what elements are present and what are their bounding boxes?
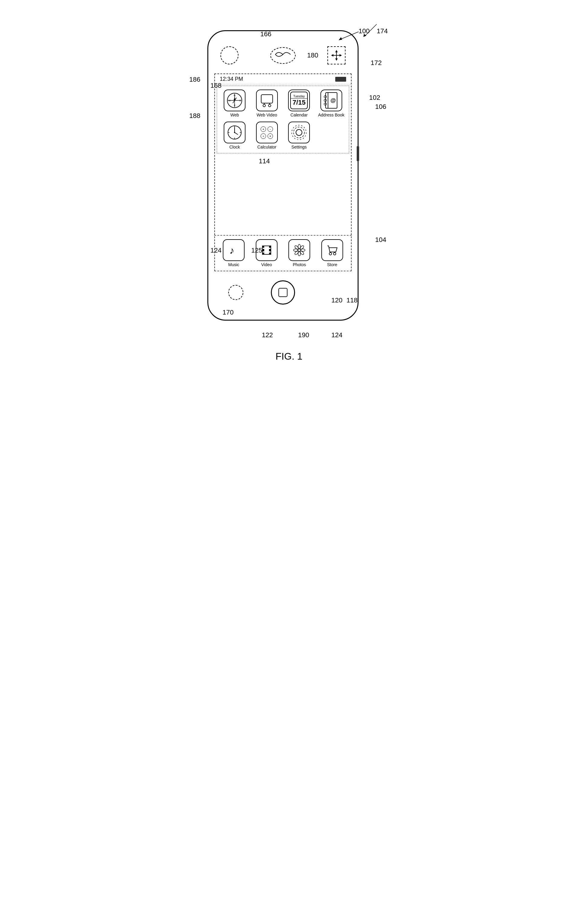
ref-125: 125 <box>251 247 262 254</box>
ref-118: 118 <box>346 296 358 304</box>
ref-114: 114 <box>259 157 270 165</box>
svg-text:@: @ <box>330 98 336 103</box>
app-icon-store[interactable] <box>321 239 343 261</box>
calc-btn-divide: ÷ <box>261 133 266 139</box>
speaker-area <box>270 47 295 64</box>
dock-music[interactable]: ♪ Music <box>223 239 245 267</box>
dock-label-photos: Photos <box>292 262 306 267</box>
ref-120: 120 <box>331 296 343 304</box>
app-settings[interactable]: Settings <box>284 122 314 150</box>
svg-marker-4 <box>331 54 333 57</box>
app-label-settings: Settings <box>291 145 307 150</box>
ref-170: 170 <box>222 309 234 316</box>
svg-marker-60 <box>339 37 342 40</box>
move-icon-box <box>327 46 346 64</box>
app-icon-photos[interactable] <box>288 239 310 261</box>
app-clock[interactable]: Clock <box>220 122 249 150</box>
app-label-web: Web <box>231 112 239 117</box>
app-web-video[interactable]: Web Video <box>252 89 282 117</box>
dock-store[interactable]: Store <box>321 239 343 267</box>
app-calculator[interactable]: + - ÷ × Calculator <box>252 122 282 150</box>
svg-point-35 <box>296 129 302 135</box>
ref-166: 166 <box>260 30 271 38</box>
app-icon-calendar[interactable]: Tuesday 7/15 <box>288 89 310 111</box>
svg-text:W: W <box>228 99 231 102</box>
home-square-icon <box>278 288 287 297</box>
time-display: 12:34 PM <box>220 76 243 82</box>
svg-line-14 <box>233 101 235 103</box>
svg-marker-15 <box>234 97 235 100</box>
arrow-100 <box>334 29 362 41</box>
ref-124-bot: 124 <box>331 331 343 339</box>
phone-top-bar <box>220 40 346 70</box>
svg-point-18 <box>268 104 271 107</box>
app-label-address-book: Address Book <box>318 112 344 117</box>
bottom-circle-left <box>228 285 244 300</box>
svg-point-48 <box>298 249 300 251</box>
svg-rect-41 <box>269 246 271 248</box>
home-button[interactable] <box>271 280 295 304</box>
svg-marker-3 <box>335 59 338 61</box>
app-label-calendar: Calendar <box>291 112 308 117</box>
app-icon-calculator[interactable]: + - ÷ × <box>256 122 278 143</box>
app-icon-web[interactable]: N S W E <box>224 89 245 111</box>
cal-date: 7/15 <box>292 99 305 106</box>
phone-device: 12:34 PM N S W E <box>207 30 359 320</box>
app-icon-music[interactable]: ♪ <box>223 239 245 261</box>
dock: ♪ Music <box>214 235 352 271</box>
dock-photos[interactable]: Photos <box>288 239 310 267</box>
app-label-web-video: Web Video <box>257 112 277 117</box>
svg-marker-5 <box>339 54 342 57</box>
app-icon-clock[interactable] <box>224 122 245 143</box>
calc-buttons: + - ÷ × <box>259 125 275 141</box>
app-grid-main: N S W E Web <box>217 86 349 153</box>
figure-title: FIG. 1 <box>276 351 303 362</box>
app-icon-settings[interactable] <box>288 122 310 143</box>
dock-label-store: Store <box>327 262 337 267</box>
calc-btn-minus: - <box>268 127 273 132</box>
svg-rect-42 <box>262 252 264 254</box>
ref-168: 168 <box>210 82 222 89</box>
camera-circle <box>220 46 239 64</box>
ref-124-top: 124 <box>210 247 222 254</box>
svg-rect-44 <box>262 249 264 251</box>
app-icon-web-video[interactable] <box>256 89 278 111</box>
app-calendar[interactable]: Tuesday 7/15 Calendar <box>284 89 314 117</box>
ref-190: 190 <box>298 331 309 339</box>
battery-indicator <box>335 77 346 82</box>
svg-point-36 <box>294 127 304 138</box>
svg-point-30 <box>234 132 235 133</box>
svg-rect-16 <box>261 95 273 103</box>
svg-line-59 <box>340 32 359 39</box>
side-button[interactable] <box>357 146 359 161</box>
app-label-clock: Clock <box>229 145 240 150</box>
app-address-book[interactable]: @ Address Book <box>317 89 346 117</box>
svg-point-58 <box>333 252 336 255</box>
ref-188: 188 <box>189 112 200 120</box>
ref-122: 122 <box>262 331 273 339</box>
app-web[interactable]: N S W E Web <box>220 89 249 117</box>
svg-marker-2 <box>335 50 338 52</box>
svg-rect-45 <box>269 249 271 251</box>
svg-text:♪: ♪ <box>229 245 234 256</box>
ref-106: 106 <box>375 103 386 111</box>
app-icon-address-book[interactable]: @ <box>320 89 342 111</box>
ref-172: 172 <box>371 59 382 67</box>
ref-180: 180 <box>307 51 318 59</box>
calc-btn-plus: + <box>261 127 266 132</box>
speaker-icon <box>270 47 295 64</box>
svg-text:N: N <box>234 94 235 97</box>
patent-diagram: 12:34 PM N S W E <box>183 12 395 345</box>
calc-btn-multiply: × <box>268 133 273 139</box>
svg-rect-43 <box>269 252 271 254</box>
ref-104: 104 <box>375 236 386 244</box>
phone-bottom <box>214 271 352 320</box>
dock-label-music: Music <box>228 262 239 267</box>
dock-label-video: Video <box>261 262 272 267</box>
arrow-174 <box>359 21 380 39</box>
ref-102: 102 <box>369 94 380 102</box>
svg-point-37 <box>292 125 306 140</box>
svg-marker-62 <box>364 34 366 37</box>
svg-text:S: S <box>234 104 235 107</box>
svg-point-17 <box>263 104 265 107</box>
